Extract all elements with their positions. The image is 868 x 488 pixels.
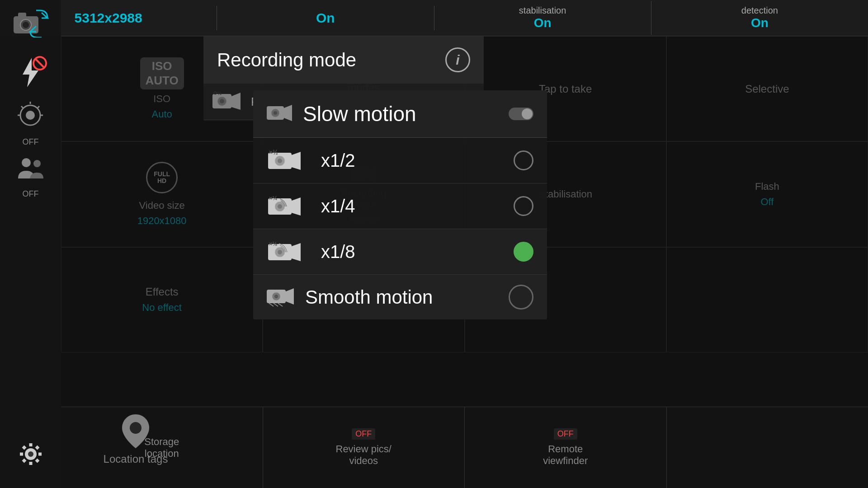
svg-point-38 [274,111,277,115]
svg-line-23 [36,460,38,462]
speed-x1-4-label: x1/4 [321,196,514,216]
location-pin-icon [122,414,149,448]
slow-motion-preview-icon: ⟳½ [212,90,244,113]
svg-point-8 [26,111,35,120]
flash-button[interactable] [6,47,56,97]
left-sidebar: OFF OFF [0,0,61,488]
slow-motion-toggle[interactable] [509,108,533,120]
svg-line-24 [36,446,38,449]
svg-marker-39 [284,105,292,121]
recording-mode-header: Recording mode i [203,36,484,84]
flash-off-icon [14,56,47,89]
flash-cell: Flash Off [666,141,868,247]
portrait-mode-button[interactable]: OFF [6,151,56,201]
svg-point-2 [23,22,29,28]
effects-cell: Effects No effect [61,247,263,352]
info-button[interactable]: i [445,47,470,72]
smooth-motion-title: Smooth motion [305,286,509,308]
svg-line-12 [38,106,39,108]
svg-point-14 [22,158,31,167]
scene-mode-button[interactable]: OFF [6,99,56,149]
svg-line-13 [21,106,23,108]
svg-point-42 [278,159,282,163]
svg-point-33 [220,99,224,103]
svg-point-52 [278,250,282,254]
speed-x1-8-label: x1/8 [321,242,514,262]
speed-x1-4-option[interactable]: ×¼ x1/4 [253,183,547,229]
svg-text:×⅛: ×⅛ [269,240,278,247]
slow-motion-title: Slow motion [303,102,509,126]
svg-line-6 [35,59,44,68]
svg-marker-4 [23,58,38,87]
svg-point-30 [130,422,142,434]
top-bar: 5312x2988 On stabilisation On detection … [0,0,868,36]
svg-marker-58 [286,288,294,305]
svg-line-22 [23,446,25,449]
svg-point-47 [278,204,282,209]
recording-mode-title: Recording mode [217,49,356,71]
svg-text:×¼: ×¼ [269,195,278,202]
scene-mode-icon [14,102,47,136]
settings-gear-icon [13,436,49,472]
settings-button[interactable] [6,429,56,479]
selective-cell: Selective [666,36,868,141]
location-tags-label: Location tags [104,453,168,465]
svg-line-60 [274,303,278,306]
stabilisation-cell: stabilisation On [434,1,651,35]
review-cell: OFF Review pics/videos [263,407,465,488]
svg-point-57 [274,295,278,298]
svg-line-61 [278,303,283,306]
svg-marker-48 [292,197,301,216]
video-size-cell: FULLHD Video size 868x488 [61,141,263,247]
svg-marker-43 [292,152,301,170]
location-tags-area: Location tags [63,414,208,465]
camera-flip-icon [9,8,52,38]
svg-text:⟳½: ⟳½ [213,90,222,96]
info-icon: i [456,52,459,68]
smooth-motion-icon [267,286,296,309]
speed-x1-8-option[interactable]: ×⅛ x1/8 [253,229,547,275]
slow-motion-panel[interactable]: Slow motion ×½ x1/2 ×¼ [253,90,547,319]
svg-marker-34 [231,93,241,110]
speed-x1-8-icon: ×⅛ [267,238,312,265]
speed-x1-4-radio[interactable] [514,196,533,216]
smooth-motion-row[interactable]: Smooth motion [253,275,547,319]
svg-line-59 [269,303,274,306]
on-cell: On [217,6,434,30]
people-icon [14,154,47,188]
camera-flip-button[interactable] [8,5,53,41]
svg-point-17 [28,451,33,457]
speed-x1-2-icon: ×½ [267,147,312,174]
speed-x1-8-radio[interactable] [514,242,533,262]
remote-cell: OFF Remoteviewfinder [465,407,667,488]
slow-motion-header: Slow motion [253,90,547,138]
detection-cell: detection On [651,1,868,35]
svg-marker-53 [292,243,301,261]
speed-x1-2-label: x1/2 [321,150,514,171]
smooth-motion-toggle[interactable] [509,285,533,310]
speed-x1-4-icon: ×¼ [267,192,312,220]
speed-x1-2-option[interactable]: ×½ x1/2 [253,138,547,183]
slow-motion-header-icon [267,100,294,127]
svg-line-25 [23,460,25,462]
svg-text:×½: ×½ [269,149,278,156]
speed-x1-2-radio[interactable] [514,150,533,170]
svg-point-15 [33,160,41,167]
svg-rect-3 [18,13,26,17]
